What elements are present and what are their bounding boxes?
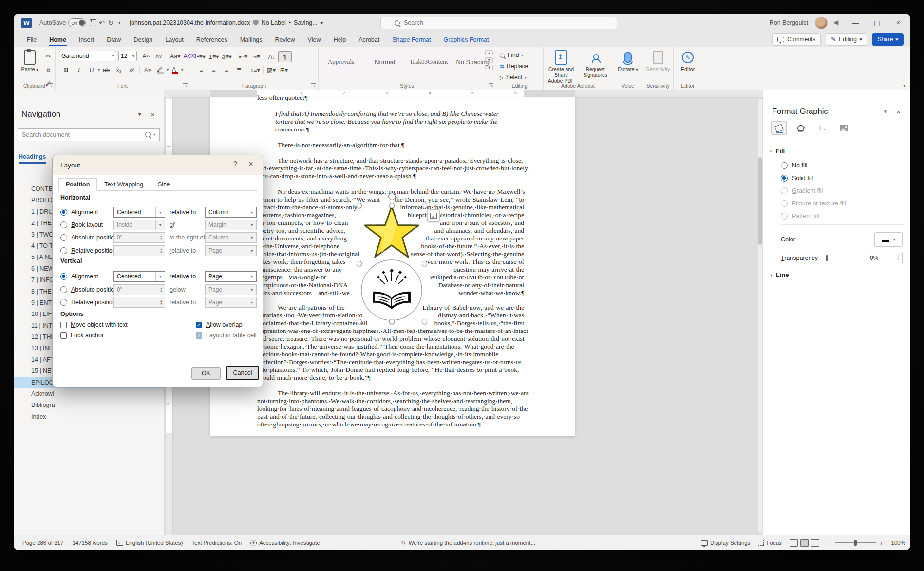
print-layout-button[interactable] <box>800 539 809 547</box>
fill-option-no-fill[interactable]: No fill <box>781 162 807 169</box>
feedback-icon[interactable] <box>834 20 841 25</box>
status-147158-words[interactable]: 147158 words <box>72 540 107 546</box>
radio-absolute-position[interactable] <box>60 234 67 241</box>
replace-button[interactable]: ⇆Replace <box>500 63 528 70</box>
dictate-button[interactable]: Dictate ▾ <box>614 50 642 72</box>
read-mode-button[interactable] <box>790 539 798 547</box>
status-text-predictions-on[interactable]: Text Predictions: On <box>191 540 242 546</box>
tab-headings[interactable]: Headings <box>19 153 46 164</box>
zoom-out-button[interactable]: − <box>827 539 831 547</box>
resize-handle-bottom-right[interactable] <box>422 319 427 324</box>
dialog-tab-size[interactable]: Size <box>151 178 177 191</box>
word-logo-icon[interactable]: W <box>21 18 32 28</box>
tab-review[interactable]: Review <box>269 34 302 47</box>
text-effects-button[interactable]: A▾ <box>141 65 154 75</box>
redo-button[interactable]: ↻ <box>106 18 115 27</box>
strikethrough-button[interactable]: ab <box>100 65 113 75</box>
document-page[interactable]: less·often·quoted:¶I·find·that·A)·tremen… <box>210 97 575 436</box>
resize-handle-bottom-left[interactable] <box>357 319 362 324</box>
dialog-tab-text-wrapping[interactable]: Text Wrapping <box>97 178 151 191</box>
fill-section-header[interactable]: ›Fill <box>770 147 785 155</box>
styles-scroll-down-button[interactable]: ▾ <box>485 57 493 63</box>
dialog-help-button[interactable]: ? <box>229 160 241 167</box>
line-section-header[interactable]: ›Line <box>770 271 789 278</box>
font-size-combo[interactable]: 12▾ <box>118 51 137 61</box>
size-properties-icon[interactable]: I↔ <box>815 122 830 134</box>
checkbox-allow-overlap[interactable]: ✓Allow overlap <box>196 321 242 328</box>
zoom-slider-handle[interactable] <box>854 540 857 546</box>
tab-design[interactable]: Design <box>127 34 159 47</box>
scrollbar-thumb[interactable] <box>758 157 762 245</box>
resize-handle-mid-left[interactable] <box>357 261 362 266</box>
style-task03content[interactable]: Task03Content <box>408 49 450 74</box>
spinner-absolute-position[interactable]: 0"▴▾ <box>113 284 165 295</box>
status-english-united-states[interactable]: ✓English (United States) <box>116 540 183 546</box>
underline-button[interactable]: U <box>85 65 98 75</box>
checkbox-layout-in-table-cell[interactable]: ✓Layout in table cell <box>196 332 257 339</box>
status-page-286-of-317[interactable]: Page 286 of 317 <box>22 540 63 546</box>
tab-view[interactable]: View <box>302 34 327 47</box>
transparency-slider[interactable] <box>827 258 863 258</box>
combo-relative-to-page[interactable]: Page▾ <box>205 245 257 256</box>
italic-button[interactable]: I <box>73 65 85 75</box>
search-box[interactable]: Search <box>380 17 617 29</box>
bullets-button[interactable]: •≡▾ <box>195 52 207 62</box>
autosave-control[interactable]: AutoSave On <box>39 18 86 27</box>
numbering-button[interactable]: 1≡▾ <box>207 52 221 62</box>
combo-alignment[interactable]: Centered▾ <box>113 207 165 218</box>
zoom-slider[interactable] <box>835 542 876 543</box>
grow-font-button[interactable]: A˄ <box>140 51 152 61</box>
font-dialog-launcher[interactable]: ↘ <box>183 83 188 88</box>
close-button[interactable]: × <box>891 16 905 30</box>
fill-option-picture-or-texture-fill[interactable]: Picture or texture fill <box>781 200 846 207</box>
resize-handle-top-right[interactable] <box>422 203 427 208</box>
comments-button[interactable]: Comments <box>772 33 821 46</box>
quick-access-chevron-icon[interactable]: ▾ <box>115 18 124 27</box>
resize-handle-top-center[interactable] <box>389 203 395 208</box>
find-button[interactable]: Find▾ <box>500 52 523 58</box>
editor-button[interactable]: ✎ Editor <box>674 50 702 72</box>
select-button[interactable]: ▷Select▾ <box>500 74 527 81</box>
editing-mode-button[interactable]: ✎Editing▾ <box>826 33 867 46</box>
change-case-button[interactable]: Aa▾ <box>169 51 182 61</box>
increase-indent-button[interactable]: ⇥≡ <box>249 52 262 62</box>
restore-button[interactable]: ▢ <box>869 16 884 30</box>
tab-references[interactable]: References <box>190 34 234 47</box>
superscript-button[interactable]: x² <box>125 65 138 75</box>
minimize-button[interactable]: — <box>848 16 863 30</box>
zoom-in-button[interactable]: + <box>880 539 884 547</box>
radio-relative-position[interactable] <box>60 299 67 306</box>
spinner-relative-position[interactable]: ▴▾ <box>113 297 165 308</box>
show-formatting-marks-button[interactable]: ¶ <box>278 51 292 62</box>
combo-of-margin[interactable]: Margin▾ <box>205 220 257 230</box>
radio-alignment[interactable] <box>60 209 67 216</box>
cancel-button[interactable]: Cancel <box>226 366 259 380</box>
resize-handle-bottom-center[interactable] <box>389 319 395 324</box>
nav-heading-item-acknowl[interactable]: Acknowl <box>14 388 164 400</box>
sensitivity-button[interactable]: Sensitivity <box>644 50 672 72</box>
font-color-button[interactable]: A <box>169 65 181 75</box>
tab-home[interactable]: Home <box>43 34 73 47</box>
styles-dialog-launcher[interactable]: ↘ <box>489 83 493 88</box>
display-settings-button[interactable]: Display Settings <box>701 540 750 546</box>
effects-icon[interactable] <box>793 122 808 134</box>
tab-acrobat[interactable]: Acrobat <box>352 34 386 47</box>
combo-relative-to-page[interactable]: Page▾ <box>205 297 257 308</box>
tab-shape-format[interactable]: Shape Format <box>386 34 437 47</box>
justify-button[interactable]: ≣ <box>233 65 245 75</box>
cut-icon[interactable]: ✂ <box>42 51 55 61</box>
combo-relative-to-column[interactable]: Column▾ <box>205 207 257 218</box>
radio-relative-position[interactable] <box>60 247 67 254</box>
slider-handle[interactable] <box>826 255 828 261</box>
tab-help[interactable]: Help <box>327 34 352 47</box>
status-accessibility-investigate[interactable]: ✛Accessibility: Investigate <box>250 540 320 546</box>
navigation-search-box[interactable]: Search document ▾ <box>18 128 160 141</box>
zoom-value[interactable]: 100% <box>891 540 905 546</box>
font-name-combo[interactable]: Garamond▾ <box>59 51 116 61</box>
subscript-button[interactable]: x₂ <box>113 65 125 75</box>
create-share-pdf-button[interactable]: Create and Share Adobe PDF <box>545 50 577 84</box>
transparency-value-box[interactable]: 0%˄˅ <box>867 252 903 264</box>
nav-heading-item-bibliogra[interactable]: Bibliogra <box>14 400 164 411</box>
sort-button[interactable]: A↓ <box>265 52 278 62</box>
clipboard-dialog-launcher[interactable]: ↘ <box>48 83 53 88</box>
